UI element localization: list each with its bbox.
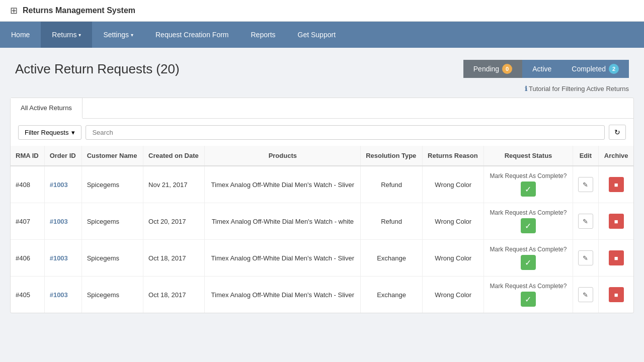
nav-reports[interactable]: Reports	[240, 22, 287, 48]
cell-customer-name: Spicegems	[82, 240, 143, 277]
table-header-row: RMA ID Order ID Customer Name Created on…	[11, 146, 633, 166]
main-nav: Home Returns ▾ Settings ▾ Request Creati…	[0, 22, 644, 48]
cell-created-date: Oct 18, 2017	[143, 240, 205, 277]
nav-settings[interactable]: Settings ▾	[92, 22, 144, 48]
cell-edit: ✎	[573, 277, 599, 313]
edit-button[interactable]: ✎	[578, 214, 593, 229]
archive-button[interactable]: ■	[609, 287, 624, 302]
edit-icon: ✎	[583, 254, 588, 262]
col-request-status: Request Status	[484, 146, 573, 166]
col-products: Products	[205, 146, 361, 166]
cell-products: Timex Analog Off-White Dial Men's Watch …	[205, 240, 361, 277]
cell-request-status: Mark Request As Complete? ✓	[484, 166, 573, 203]
cell-request-status: Mark Request As Complete? ✓	[484, 240, 573, 277]
nav-returns[interactable]: Returns ▾	[41, 22, 92, 48]
nav-get-support[interactable]: Get Support	[287, 22, 347, 48]
col-created-date: Created on Date	[143, 146, 205, 166]
completed-button[interactable]: Completed 2	[561, 60, 629, 78]
cell-resolution-type: Refund	[361, 203, 423, 240]
order-link[interactable]: #1003	[50, 218, 68, 225]
info-icon: ℹ	[525, 85, 527, 93]
mark-complete-button[interactable]: ✓	[521, 292, 536, 307]
status-buttons: Pending 0 Active Completed 2	[463, 60, 629, 78]
mark-complete-text: Mark Request As Complete?	[489, 246, 567, 253]
archive-button[interactable]: ■	[609, 250, 624, 265]
cell-returns-reason: Wrong Color	[423, 240, 484, 277]
mark-complete-button[interactable]: ✓	[521, 255, 536, 270]
cell-order-id: #1003	[44, 166, 82, 203]
archive-icon: ■	[614, 254, 618, 262]
col-customer-name: Customer Name	[82, 146, 143, 166]
pending-label: Pending	[473, 65, 499, 73]
nav-request-creation-form[interactable]: Request Creation Form	[144, 22, 240, 48]
col-returns-reason: Returns Reason	[423, 146, 484, 166]
cell-request-status: Mark Request As Complete? ✓	[484, 277, 573, 313]
refresh-icon: ↻	[614, 128, 620, 136]
order-link[interactable]: #1003	[50, 291, 68, 299]
edit-button[interactable]: ✎	[578, 177, 593, 192]
filter-label: Filter Requests	[25, 129, 68, 136]
archive-button[interactable]: ■	[609, 177, 624, 192]
completed-badge: 2	[609, 64, 619, 74]
returns-caret-icon: ▾	[78, 32, 81, 38]
edit-icon: ✎	[583, 291, 588, 299]
edit-button[interactable]: ✎	[578, 250, 593, 265]
tab-all-active-returns[interactable]: All Active Returns	[11, 98, 83, 119]
cell-returns-reason: Wrong Color	[423, 166, 484, 203]
order-link[interactable]: #1003	[50, 181, 68, 189]
archive-button[interactable]: ■	[609, 214, 624, 229]
cell-order-id: #1003	[44, 277, 82, 313]
mark-complete-text: Mark Request As Complete?	[489, 283, 567, 290]
active-label: Active	[532, 65, 551, 73]
cell-edit: ✎	[573, 240, 599, 277]
cell-customer-name: Spicegems	[82, 166, 143, 203]
search-input[interactable]	[86, 125, 605, 140]
col-rma-id: RMA ID	[11, 146, 44, 166]
cell-archive: ■	[599, 240, 633, 277]
edit-icon: ✎	[583, 218, 588, 225]
cell-returns-reason: Wrong Color	[423, 277, 484, 313]
nav-home[interactable]: Home	[0, 22, 41, 48]
edit-icon: ✎	[583, 181, 588, 189]
table-container: All Active Returns Filter Requests ▾ ↻ R…	[10, 98, 634, 313]
returns-table: RMA ID Order ID Customer Name Created on…	[11, 146, 633, 313]
app-title: Returns Management System	[23, 6, 135, 15]
cell-edit: ✎	[573, 166, 599, 203]
cell-rma-id: #406	[11, 240, 44, 277]
cell-resolution-type: Exchange	[361, 277, 423, 313]
archive-icon: ■	[614, 291, 618, 299]
active-button[interactable]: Active	[522, 60, 561, 78]
toolbar: Filter Requests ▾ ↻	[11, 119, 633, 146]
table-row: #405 #1003 Spicegems Oct 18, 2017 Timex …	[11, 277, 633, 313]
mark-complete-text: Mark Request As Complete?	[489, 209, 567, 216]
cell-rma-id: #407	[11, 203, 44, 240]
pending-badge: 0	[502, 64, 512, 74]
filter-button[interactable]: Filter Requests ▾	[18, 125, 82, 140]
filter-caret-icon: ▾	[71, 129, 75, 136]
cell-archive: ■	[599, 277, 633, 313]
table-row: #406 #1003 Spicegems Oct 18, 2017 Timex …	[11, 240, 633, 277]
refresh-button[interactable]: ↻	[609, 125, 626, 140]
cell-order-id: #1003	[44, 203, 82, 240]
order-link[interactable]: #1003	[50, 254, 68, 262]
page-header: Active Return Requests (20) Pending 0 Ac…	[0, 48, 644, 83]
archive-icon: ■	[614, 218, 618, 225]
mark-complete-button[interactable]: ✓	[521, 218, 536, 233]
settings-caret-icon: ▾	[131, 32, 133, 38]
tutorial-link[interactable]: Tutorial for Filtering Active Returns	[529, 85, 629, 93]
col-edit: Edit	[573, 146, 599, 166]
completed-label: Completed	[572, 65, 606, 73]
cell-customer-name: Spicegems	[82, 203, 143, 240]
cell-archive: ■	[599, 203, 633, 240]
mark-complete-text: Mark Request As Complete?	[489, 172, 567, 179]
cell-customer-name: Spicegems	[82, 277, 143, 313]
pending-button[interactable]: Pending 0	[463, 60, 522, 78]
cell-edit: ✎	[573, 203, 599, 240]
cell-order-id: #1003	[44, 240, 82, 277]
edit-button[interactable]: ✎	[578, 287, 593, 302]
cell-rma-id: #408	[11, 166, 44, 203]
col-resolution-type: Resolution Type	[361, 146, 423, 166]
cell-created-date: Oct 18, 2017	[143, 277, 205, 313]
cell-rma-id: #405	[11, 277, 44, 313]
mark-complete-button[interactable]: ✓	[521, 182, 536, 197]
